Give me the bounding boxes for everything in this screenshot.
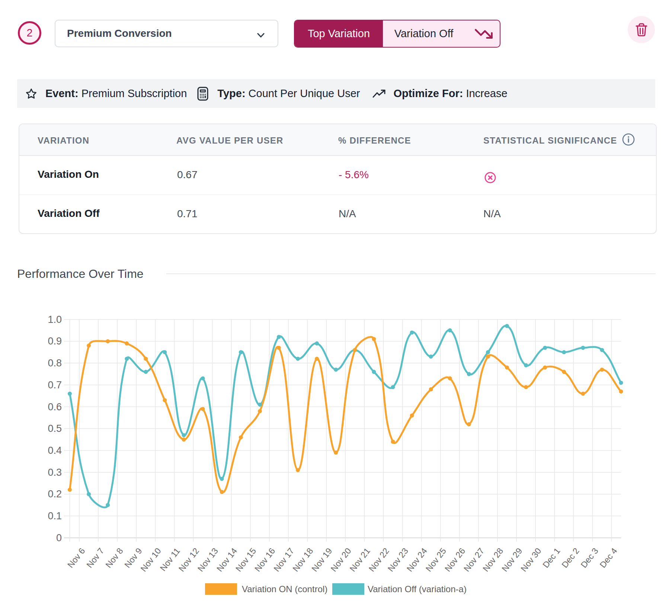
svg-text:Dec 2: Dec 2: [560, 546, 581, 570]
svg-text:Nov 14: Nov 14: [215, 546, 239, 574]
svg-text:Nov 27: Nov 27: [462, 546, 486, 573]
svg-text:0.9: 0.9: [48, 336, 62, 347]
svg-text:Nov 24: Nov 24: [405, 546, 429, 574]
svg-text:Nov 12: Nov 12: [177, 546, 201, 573]
svg-text:Nov 30: Nov 30: [519, 546, 543, 573]
svg-text:Nov 7: Nov 7: [84, 546, 106, 570]
svg-text:Nov 6: Nov 6: [65, 546, 87, 570]
svg-text:Dec 3: Dec 3: [579, 546, 600, 570]
svg-text:Dec 1: Dec 1: [541, 546, 562, 570]
svg-text:0: 0: [56, 532, 62, 543]
svg-text:Nov 29: Nov 29: [500, 546, 524, 573]
svg-text:0.8: 0.8: [48, 357, 62, 369]
svg-text:Dec 4: Dec 4: [598, 546, 619, 570]
svg-text:Nov 10: Nov 10: [138, 546, 163, 573]
svg-text:Nov 25: Nov 25: [424, 546, 448, 573]
svg-text:0.7: 0.7: [48, 379, 62, 391]
svg-text:Nov 16: Nov 16: [253, 546, 277, 573]
svg-text:0.1: 0.1: [48, 510, 62, 522]
svg-text:0.6: 0.6: [48, 401, 62, 413]
svg-text:Nov 21: Nov 21: [348, 546, 372, 573]
svg-text:Nov 18: Nov 18: [291, 546, 315, 573]
svg-text:Nov 28: Nov 28: [481, 546, 505, 573]
svg-text:Nov 13: Nov 13: [196, 546, 220, 573]
svg-text:Nov 19: Nov 19: [310, 546, 334, 573]
svg-text:0.4: 0.4: [48, 445, 62, 456]
svg-text:Nov 22: Nov 22: [367, 546, 391, 573]
svg-text:Nov 15: Nov 15: [234, 546, 258, 573]
svg-text:0.2: 0.2: [48, 488, 62, 500]
svg-text:Nov 20: Nov 20: [329, 546, 353, 573]
svg-text:1.0: 1.0: [48, 314, 62, 325]
svg-text:Nov 23: Nov 23: [386, 546, 410, 573]
svg-text:Nov 17: Nov 17: [272, 546, 296, 573]
svg-text:Nov 26: Nov 26: [443, 546, 467, 573]
svg-text:Nov 8: Nov 8: [103, 546, 125, 570]
svg-text:0.3: 0.3: [48, 467, 62, 478]
svg-text:0.5: 0.5: [48, 423, 62, 434]
